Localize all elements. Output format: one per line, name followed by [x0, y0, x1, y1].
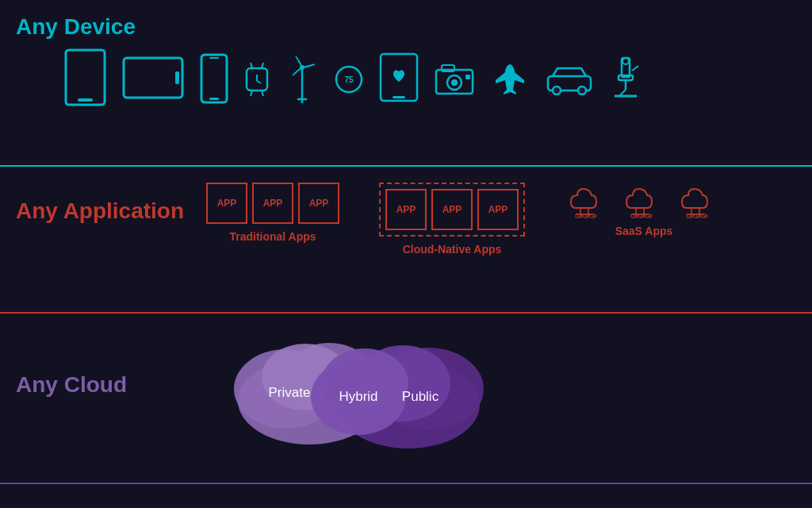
device-section: Any Device [0, 0, 812, 167]
phone-icon [199, 52, 229, 110]
camera-icon [434, 62, 475, 100]
hybrid-cloud-label: Hybrid [339, 389, 377, 404]
cloud-visual: Private Hybrid Public [206, 321, 508, 448]
saas-apps-label: SaaS Apps [615, 225, 673, 237]
cloud-section: Any Cloud Private Hybrid Public [0, 314, 812, 484]
tablet-portrait-icon [63, 48, 107, 114]
public-cloud-label: Public [402, 389, 439, 404]
svg-point-71 [321, 348, 408, 418]
saas-cloud-3-icon: APP APP APP [676, 183, 723, 218]
smartwatch-icon [243, 60, 270, 102]
app-groups: APP APP APP Traditional Apps APP APP APP… [206, 183, 723, 256]
svg-rect-25 [465, 75, 470, 79]
traditional-app-box-2: APP [252, 183, 293, 224]
svg-point-27 [553, 87, 561, 94]
svg-text:APP: APP [648, 215, 653, 218]
cloud-svg: Private Hybrid Public [206, 321, 508, 448]
svg-line-35 [632, 66, 638, 71]
car-icon [545, 62, 594, 100]
cloud-native-apps-group: APP APP APP Cloud-Native Apps [379, 183, 525, 256]
saas-apps-group: APP APP APP [565, 183, 723, 237]
svg-line-13 [257, 81, 261, 83]
svg-point-23 [451, 79, 458, 86]
cloud-native-outer-border: APP APP APP [379, 183, 525, 237]
cloud-section-title: Any Cloud [16, 372, 174, 398]
tablet-landscape-icon [121, 56, 185, 106]
saas-cloud-2: APP APP APP [620, 183, 668, 218]
svg-rect-0 [66, 50, 105, 105]
svg-point-28 [578, 87, 586, 94]
traditional-app-boxes: APP APP APP [206, 183, 339, 224]
app-section-inner: Any Application APP APP APP Traditional … [16, 183, 796, 256]
traditional-app-box-1: APP [206, 183, 247, 224]
microscope-icon [608, 55, 643, 107]
svg-text:APP: APP [641, 215, 645, 218]
svg-rect-2 [124, 58, 182, 98]
saas-cloud-1: APP APP APP [565, 183, 612, 218]
traditional-apps-label: Traditional Apps [229, 230, 316, 243]
saas-cloud-icons: APP APP APP [565, 183, 723, 218]
svg-text:APP: APP [592, 215, 597, 218]
svg-text:APP: APP [703, 215, 708, 218]
device-icons-row: 75 [63, 48, 796, 114]
svg-text:APP: APP [689, 215, 694, 218]
svg-rect-1 [78, 98, 93, 102]
cloud-native-apps-label: Cloud-Native Apps [403, 243, 502, 256]
windmill-icon [285, 52, 320, 110]
svg-text:APP: APP [634, 215, 638, 218]
private-cloud-label: Private [269, 385, 311, 400]
svg-rect-6 [209, 57, 219, 59]
saas-cloud-2-icon: APP APP APP [620, 183, 668, 218]
application-section-title: Any Application [16, 198, 190, 224]
traditional-apps-group: APP APP APP Traditional Apps [206, 183, 339, 243]
svg-rect-4 [201, 55, 227, 102]
device-section-title: Any Device [16, 14, 796, 40]
health-tablet-icon [378, 52, 419, 110]
svg-rect-5 [209, 98, 219, 100]
saas-cloud-3: APP APP APP [676, 183, 723, 218]
saas-cloud-1-icon: APP APP APP [565, 183, 612, 218]
svg-text:APP: APP [696, 215, 701, 218]
svg-text:APP: APP [578, 215, 583, 218]
cloud-native-app-boxes: APP APP APP [385, 189, 519, 230]
gauge-icon: 75 [334, 64, 364, 98]
svg-text:APP: APP [585, 215, 590, 218]
cloud-native-app-box-2: APP [431, 189, 473, 230]
airplane-icon [489, 58, 530, 104]
svg-rect-20 [393, 96, 405, 98]
app-label: Any Application [16, 183, 190, 224]
svg-point-16 [300, 65, 304, 70]
cloud-native-app-box-1: APP [385, 189, 427, 230]
application-section: Any Application APP APP APP Traditional … [0, 167, 812, 314]
cloud-section-inner: Any Cloud Private Hybrid Public [16, 321, 796, 448]
cloud-label-container: Any Cloud [16, 372, 174, 398]
svg-text:75: 75 [344, 75, 354, 84]
svg-rect-3 [175, 71, 179, 84]
traditional-app-box-3: APP [298, 183, 339, 224]
cloud-native-app-box-3: APP [477, 189, 519, 230]
